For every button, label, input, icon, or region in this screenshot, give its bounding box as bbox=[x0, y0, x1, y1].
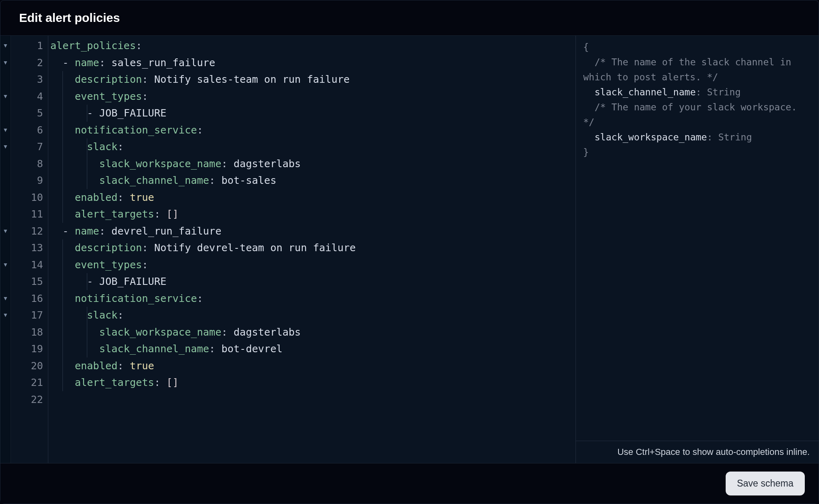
line-number: 13 bbox=[11, 239, 48, 256]
token-punc: : bbox=[118, 192, 130, 203]
token-punc: : bbox=[136, 40, 142, 52]
schema-key: slack_workspace_name bbox=[595, 132, 707, 142]
code-line[interactable]: notification_service: bbox=[48, 290, 575, 307]
indent-guide bbox=[63, 155, 63, 172]
indent-guide bbox=[63, 138, 63, 155]
save-schema-button[interactable]: Save schema bbox=[726, 472, 805, 495]
code-line[interactable]: - name: devrel_run_failure bbox=[48, 223, 575, 240]
indent-guide bbox=[63, 374, 63, 391]
schema-type: String bbox=[718, 132, 752, 142]
line-number: 11 bbox=[11, 206, 48, 223]
token-key: alert_policies bbox=[50, 40, 136, 52]
token-punc: : bbox=[99, 225, 111, 237]
code-line[interactable]: - JOB_FAILURE bbox=[48, 273, 575, 290]
line-number: 12 bbox=[11, 223, 48, 240]
line-number: 21 bbox=[11, 374, 48, 391]
token-key: alert_targets bbox=[75, 208, 154, 220]
code-line[interactable]: event_types: bbox=[48, 256, 575, 274]
footer: Save schema bbox=[0, 463, 819, 504]
code-line[interactable]: enabled: true bbox=[48, 358, 575, 375]
token-dash: - bbox=[87, 276, 99, 287]
fold-toggle[interactable]: ▼ bbox=[0, 290, 11, 307]
indent-guide bbox=[87, 307, 87, 324]
token-key: notification_service bbox=[75, 124, 197, 136]
token-punc: : bbox=[118, 360, 130, 372]
fold-toggle bbox=[0, 206, 11, 223]
token-punc: : bbox=[118, 309, 124, 321]
indent-guide bbox=[63, 239, 63, 256]
indent-guide bbox=[87, 273, 87, 290]
indent-guide bbox=[87, 138, 87, 155]
fold-toggle bbox=[0, 155, 11, 172]
line-number-gutter: 12345678910111213141516171819202122 bbox=[11, 36, 48, 463]
code-line[interactable]: slack_workspace_name: dagsterlabs bbox=[48, 324, 575, 341]
indent-guide bbox=[63, 290, 63, 307]
fold-toggle[interactable]: ▼ bbox=[0, 37, 11, 54]
token-punc: : bbox=[221, 158, 233, 170]
token-punc: : bbox=[154, 377, 166, 388]
token-key: notification_service bbox=[75, 293, 197, 304]
code-line[interactable]: notification_service: bbox=[48, 122, 575, 139]
token-punc: : bbox=[99, 57, 111, 69]
indent-guide bbox=[63, 358, 63, 375]
code-line[interactable]: alert_policies: bbox=[48, 37, 575, 54]
schema-pane: { /* The name of the slack channel in wh… bbox=[576, 36, 819, 463]
token-str: sales_run_failure bbox=[112, 57, 216, 69]
code-line[interactable]: - JOB_FAILURE bbox=[48, 105, 575, 122]
indent-guide bbox=[63, 172, 63, 189]
line-number: 2 bbox=[11, 54, 48, 71]
fold-toggle[interactable]: ▼ bbox=[0, 138, 11, 155]
schema-body: { /* The name of the slack channel in wh… bbox=[576, 36, 819, 441]
code-line[interactable]: slack: bbox=[48, 138, 575, 155]
header: Edit alert policies bbox=[0, 0, 819, 36]
code-line[interactable]: enabled: true bbox=[48, 189, 575, 206]
line-number: 10 bbox=[11, 189, 48, 206]
line-number: 3 bbox=[11, 71, 48, 88]
token-dash: - bbox=[63, 225, 75, 237]
token-dash: - bbox=[63, 57, 75, 69]
token-punc: : bbox=[142, 259, 148, 271]
line-number: 18 bbox=[11, 324, 48, 341]
fold-toggle bbox=[0, 71, 11, 88]
token-key: slack_workspace_name bbox=[99, 326, 221, 338]
code-line[interactable]: description: Notify devrel-team on run f… bbox=[48, 239, 575, 256]
fold-toggle bbox=[0, 358, 11, 375]
token-punc: : bbox=[142, 73, 154, 85]
code-line[interactable]: slack_workspace_name: dagsterlabs bbox=[48, 155, 575, 172]
fold-toggle[interactable]: ▼ bbox=[0, 54, 11, 71]
fold-toggle[interactable]: ▼ bbox=[0, 307, 11, 324]
code-line[interactable]: alert_targets: [] bbox=[48, 374, 575, 391]
token-punc: : bbox=[142, 90, 148, 102]
fold-toggle[interactable]: ▼ bbox=[0, 88, 11, 105]
token-key: enabled bbox=[75, 360, 117, 372]
token-punc: : bbox=[142, 242, 154, 254]
app-root: Edit alert policies ▼▼▼▼▼▼▼▼▼ 1234567891… bbox=[0, 0, 819, 504]
fold-toggle[interactable]: ▼ bbox=[0, 256, 11, 274]
fold-toggle bbox=[0, 340, 11, 358]
fold-toggle bbox=[0, 105, 11, 122]
code-line[interactable]: - name: sales_run_failure bbox=[48, 54, 575, 71]
code-line[interactable]: event_types: bbox=[48, 88, 575, 105]
indent-guide bbox=[63, 256, 63, 274]
code-line[interactable]: description: Notify sales-team on run fa… bbox=[48, 71, 575, 88]
token-brack: [] bbox=[166, 377, 179, 388]
line-number: 20 bbox=[11, 358, 48, 375]
fold-toggle bbox=[0, 391, 11, 408]
fold-gutter: ▼▼▼▼▼▼▼▼▼ bbox=[0, 36, 11, 463]
code-line[interactable]: slack_channel_name: bot-devrel bbox=[48, 340, 575, 358]
token-str: dagsterlabs bbox=[234, 326, 301, 338]
token-key: event_types bbox=[75, 259, 142, 271]
code-line[interactable]: slack_channel_name: bot-sales bbox=[48, 172, 575, 189]
fold-toggle[interactable]: ▼ bbox=[0, 122, 11, 139]
page-title: Edit alert policies bbox=[19, 11, 800, 25]
code-line[interactable]: alert_targets: [] bbox=[48, 206, 575, 223]
token-key: slack_channel_name bbox=[99, 174, 209, 186]
code-line[interactable] bbox=[48, 391, 575, 408]
code-editor[interactable]: alert_policies: - name: sales_run_failur… bbox=[48, 36, 575, 463]
indent-guide bbox=[63, 105, 63, 122]
fold-toggle[interactable]: ▼ bbox=[0, 223, 11, 240]
token-key: description bbox=[75, 73, 142, 85]
token-str: Notify devrel-team on run failure bbox=[154, 242, 356, 254]
indent-guide bbox=[63, 88, 63, 105]
code-line[interactable]: slack: bbox=[48, 307, 575, 324]
